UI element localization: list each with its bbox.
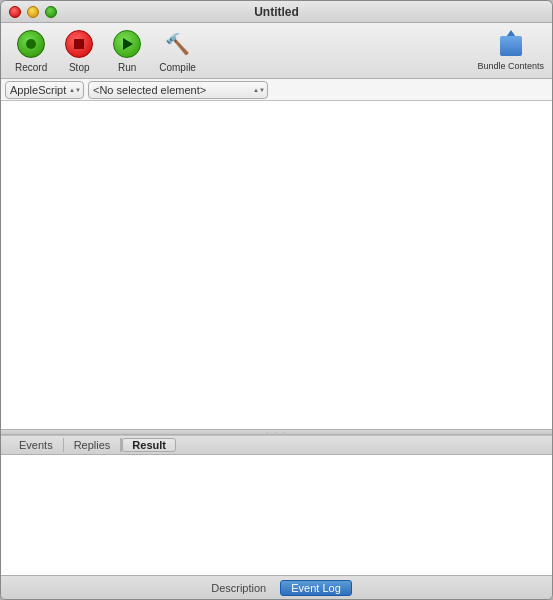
- dropdowns-row: AppleScript JavaScript <No selected elem…: [1, 79, 552, 101]
- record-icon: [17, 30, 45, 58]
- element-dropdown-wrapper: <No selected element>: [88, 81, 268, 99]
- language-dropdown-wrapper: AppleScript JavaScript: [5, 81, 84, 99]
- editor-area[interactable]: [1, 101, 552, 429]
- toolbar: Record Stop Run: [1, 23, 552, 79]
- record-inner-dot: [26, 39, 36, 49]
- compile-label: Compile: [159, 62, 196, 73]
- toolbar-buttons: Record Stop Run: [9, 24, 202, 77]
- bottom-bar: Description Event Log: [1, 575, 552, 599]
- bundle-box: [500, 36, 522, 56]
- title-bar: Untitled: [1, 1, 552, 23]
- traffic-lights: [9, 6, 57, 18]
- bundle-arrow-graphic: [498, 30, 524, 56]
- run-icon-wrap: [111, 28, 143, 60]
- run-label: Run: [118, 62, 136, 73]
- maximize-button[interactable]: [45, 6, 57, 18]
- language-dropdown[interactable]: AppleScript JavaScript: [5, 81, 84, 99]
- close-button[interactable]: [9, 6, 21, 18]
- event-log-button[interactable]: Event Log: [280, 580, 352, 596]
- stop-button[interactable]: Stop: [57, 24, 101, 77]
- minimize-button[interactable]: [27, 6, 39, 18]
- app-window: Untitled Record Stop: [0, 0, 553, 600]
- record-icon-wrap: [15, 28, 47, 60]
- stop-inner-square: [74, 39, 84, 49]
- bundle-contents-button[interactable]: Bundle Contents: [477, 27, 544, 72]
- tab-result[interactable]: Result: [122, 438, 176, 452]
- run-triangle: [123, 38, 133, 50]
- stop-icon: [65, 30, 93, 58]
- bottom-tabs: Events Replies Result: [1, 435, 552, 455]
- tab-events[interactable]: Events: [9, 438, 64, 452]
- window-title: Untitled: [254, 5, 299, 19]
- run-button[interactable]: Run: [105, 24, 149, 77]
- record-label: Record: [15, 62, 47, 73]
- bundle-icon: [495, 27, 527, 59]
- log-area[interactable]: [1, 455, 552, 575]
- element-dropdown[interactable]: <No selected element>: [88, 81, 268, 99]
- hammer-icon: 🔨: [164, 30, 192, 58]
- stop-label: Stop: [69, 62, 90, 73]
- run-icon: [113, 30, 141, 58]
- compile-icon-wrap: 🔨: [162, 28, 194, 60]
- compile-button[interactable]: 🔨 Compile: [153, 24, 202, 77]
- tab-replies[interactable]: Replies: [64, 438, 122, 452]
- record-button[interactable]: Record: [9, 24, 53, 77]
- stop-icon-wrap: [63, 28, 95, 60]
- description-button[interactable]: Description: [201, 581, 276, 595]
- bundle-label: Bundle Contents: [477, 61, 544, 72]
